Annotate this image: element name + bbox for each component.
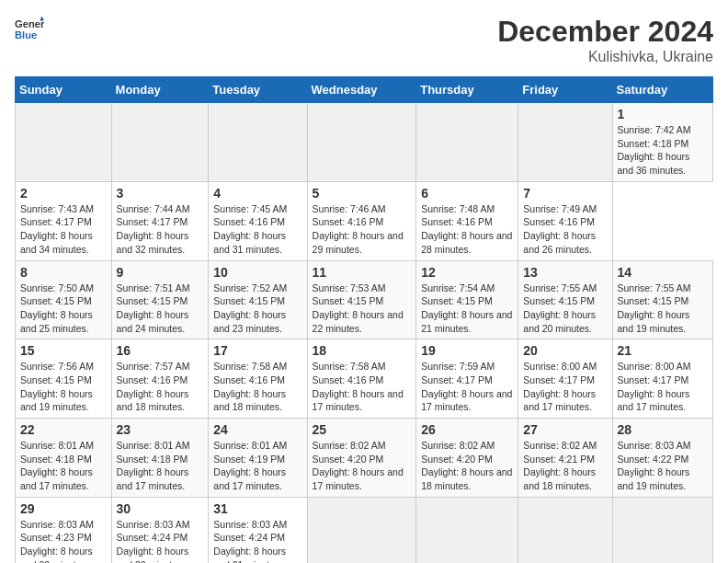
day-number: 23: [117, 422, 204, 437]
day-info: Sunrise: 8:03 AM Sunset: 4:22 PM Dayligh…: [618, 439, 708, 493]
day-info: Sunrise: 8:03 AM Sunset: 4:24 PM Dayligh…: [117, 518, 204, 563]
svg-text:General: General: [15, 18, 44, 29]
day-info: Sunrise: 7:43 AM Sunset: 4:17 PM Dayligh…: [20, 202, 107, 257]
day-info: Sunrise: 8:01 AM Sunset: 4:18 PM Dayligh…: [20, 439, 107, 493]
calendar-cell: 19 Sunrise: 7:59 AM Sunset: 4:17 PM Dayl…: [416, 339, 518, 419]
day-number: 6: [421, 186, 513, 201]
empty-cell: [209, 103, 307, 182]
logo-icon: General Blue: [15, 15, 44, 44]
calendar-cell: 21 Sunrise: 8:00 AM Sunset: 4:17 PM Dayl…: [612, 339, 712, 419]
calendar-cell: 14 Sunrise: 7:55 AM Sunset: 4:15 PM Dayl…: [612, 260, 712, 339]
day-number: 2: [20, 186, 107, 201]
day-info: Sunrise: 8:01 AM Sunset: 4:19 PM Dayligh…: [213, 439, 301, 493]
calendar-cell: 28 Sunrise: 8:03 AM Sunset: 4:22 PM Dayl…: [612, 419, 712, 498]
calendar-cell: 10 Sunrise: 7:52 AM Sunset: 4:15 PM Dayl…: [209, 260, 307, 339]
calendar-cell: 22 Sunrise: 8:01 AM Sunset: 4:18 PM Dayl…: [16, 419, 112, 498]
weekday-header: Friday: [518, 77, 612, 103]
calendar-body: 1 Sunrise: 7:42 AM Sunset: 4:18 PM Dayli…: [16, 103, 713, 564]
weekday-header: Monday: [111, 77, 209, 103]
calendar-cell: 31 Sunrise: 8:03 AM Sunset: 4:24 PM Dayl…: [209, 497, 307, 563]
calendar-week-row: 1 Sunrise: 7:42 AM Sunset: 4:18 PM Dayli…: [16, 103, 713, 182]
day-info: Sunrise: 7:42 AM Sunset: 4:18 PM Dayligh…: [618, 123, 708, 178]
day-number: 3: [117, 186, 204, 201]
day-number: 17: [213, 343, 301, 358]
day-number: 11: [313, 265, 412, 280]
day-info: Sunrise: 8:03 AM Sunset: 4:24 PM Dayligh…: [213, 518, 301, 563]
day-info: Sunrise: 7:52 AM Sunset: 4:15 PM Dayligh…: [213, 282, 301, 336]
day-number: 28: [618, 422, 708, 437]
calendar-cell: 6 Sunrise: 7:48 AM Sunset: 4:16 PM Dayli…: [416, 181, 518, 260]
calendar-cell: 15 Sunrise: 7:56 AM Sunset: 4:15 PM Dayl…: [16, 339, 112, 419]
day-number: 16: [117, 343, 204, 358]
calendar-cell: 16 Sunrise: 7:57 AM Sunset: 4:16 PM Dayl…: [111, 339, 209, 419]
calendar-cell: 30 Sunrise: 8:03 AM Sunset: 4:24 PM Dayl…: [111, 497, 209, 563]
calendar-cell: 4 Sunrise: 7:45 AM Sunset: 4:16 PM Dayli…: [209, 181, 307, 260]
day-number: 30: [117, 501, 204, 516]
calendar-cell: 25 Sunrise: 8:02 AM Sunset: 4:20 PM Dayl…: [307, 419, 416, 498]
empty-cell: [111, 103, 209, 182]
calendar-cell: 17 Sunrise: 7:58 AM Sunset: 4:16 PM Dayl…: [209, 339, 307, 419]
day-number: 31: [213, 501, 301, 516]
page-header: General Blue December 2024 Kulishivka, U…: [15, 15, 713, 65]
svg-text:Blue: Blue: [15, 29, 37, 40]
weekday-header: Tuesday: [209, 77, 307, 103]
day-number: 20: [523, 343, 607, 358]
day-number: 8: [20, 265, 107, 280]
day-info: Sunrise: 7:56 AM Sunset: 4:15 PM Dayligh…: [20, 360, 107, 414]
day-number: 10: [213, 265, 301, 280]
day-info: Sunrise: 8:02 AM Sunset: 4:20 PM Dayligh…: [421, 439, 513, 493]
day-info: Sunrise: 7:59 AM Sunset: 4:17 PM Dayligh…: [421, 360, 513, 414]
weekday-header: Saturday: [612, 77, 712, 103]
day-info: Sunrise: 7:58 AM Sunset: 4:16 PM Dayligh…: [213, 360, 301, 414]
day-info: Sunrise: 7:55 AM Sunset: 4:15 PM Dayligh…: [618, 282, 708, 336]
calendar-cell: [518, 497, 612, 563]
logo: General Blue: [15, 15, 44, 44]
day-number: 13: [523, 265, 607, 280]
day-number: 5: [313, 186, 412, 201]
calendar-cell: 26 Sunrise: 8:02 AM Sunset: 4:20 PM Dayl…: [416, 419, 518, 498]
calendar-week-row: 15 Sunrise: 7:56 AM Sunset: 4:15 PM Dayl…: [16, 339, 713, 419]
weekday-header: Thursday: [416, 77, 518, 103]
calendar-cell: 3 Sunrise: 7:44 AM Sunset: 4:17 PM Dayli…: [111, 181, 209, 260]
calendar-week-row: 2 Sunrise: 7:43 AM Sunset: 4:17 PM Dayli…: [16, 181, 713, 260]
calendar-table: SundayMondayTuesdayWednesdayThursdayFrid…: [15, 76, 713, 563]
calendar-cell: 5 Sunrise: 7:46 AM Sunset: 4:16 PM Dayli…: [307, 181, 416, 260]
weekday-header: Wednesday: [307, 77, 416, 103]
page-title: December 2024: [497, 15, 713, 49]
day-info: Sunrise: 7:53 AM Sunset: 4:15 PM Dayligh…: [313, 282, 412, 336]
day-info: Sunrise: 7:54 AM Sunset: 4:15 PM Dayligh…: [421, 282, 513, 336]
calendar-cell: 7 Sunrise: 7:49 AM Sunset: 4:16 PM Dayli…: [518, 181, 612, 260]
day-info: Sunrise: 7:45 AM Sunset: 4:16 PM Dayligh…: [213, 202, 301, 257]
day-number: 27: [523, 422, 607, 437]
day-info: Sunrise: 8:01 AM Sunset: 4:18 PM Dayligh…: [117, 439, 204, 493]
calendar-cell: [307, 497, 416, 563]
day-info: Sunrise: 7:48 AM Sunset: 4:16 PM Dayligh…: [421, 202, 513, 257]
day-number: 14: [618, 265, 708, 280]
calendar-cell: 13 Sunrise: 7:55 AM Sunset: 4:15 PM Dayl…: [518, 260, 612, 339]
day-info: Sunrise: 7:57 AM Sunset: 4:16 PM Dayligh…: [117, 360, 204, 414]
calendar-cell: 24 Sunrise: 8:01 AM Sunset: 4:19 PM Dayl…: [209, 419, 307, 498]
day-number: 12: [421, 265, 513, 280]
calendar-cell: [612, 497, 712, 563]
day-info: Sunrise: 8:00 AM Sunset: 4:17 PM Dayligh…: [523, 360, 607, 414]
weekday-header: Sunday: [16, 77, 112, 103]
calendar-cell: 12 Sunrise: 7:54 AM Sunset: 4:15 PM Dayl…: [416, 260, 518, 339]
day-info: Sunrise: 7:58 AM Sunset: 4:16 PM Dayligh…: [313, 360, 412, 414]
calendar-cell: 11 Sunrise: 7:53 AM Sunset: 4:15 PM Dayl…: [307, 260, 416, 339]
empty-cell: [307, 103, 416, 182]
empty-cell: [518, 103, 612, 182]
calendar-cell: 29 Sunrise: 8:03 AM Sunset: 4:23 PM Dayl…: [16, 497, 112, 563]
calendar-week-row: 29 Sunrise: 8:03 AM Sunset: 4:23 PM Dayl…: [16, 497, 713, 563]
day-info: Sunrise: 7:50 AM Sunset: 4:15 PM Dayligh…: [20, 282, 107, 336]
calendar-header: SundayMondayTuesdayWednesdayThursdayFrid…: [16, 77, 713, 103]
calendar-week-row: 22 Sunrise: 8:01 AM Sunset: 4:18 PM Dayl…: [16, 419, 713, 498]
calendar-week-row: 8 Sunrise: 7:50 AM Sunset: 4:15 PM Dayli…: [16, 260, 713, 339]
day-info: Sunrise: 7:49 AM Sunset: 4:16 PM Dayligh…: [523, 202, 607, 257]
day-number: 15: [20, 343, 107, 358]
day-info: Sunrise: 7:51 AM Sunset: 4:15 PM Dayligh…: [117, 282, 204, 336]
calendar-cell: 23 Sunrise: 8:01 AM Sunset: 4:18 PM Dayl…: [111, 419, 209, 498]
calendar-cell: 9 Sunrise: 7:51 AM Sunset: 4:15 PM Dayli…: [111, 260, 209, 339]
calendar-cell: 1 Sunrise: 7:42 AM Sunset: 4:18 PM Dayli…: [612, 103, 712, 182]
day-number: 19: [421, 343, 513, 358]
day-number: 9: [117, 265, 204, 280]
